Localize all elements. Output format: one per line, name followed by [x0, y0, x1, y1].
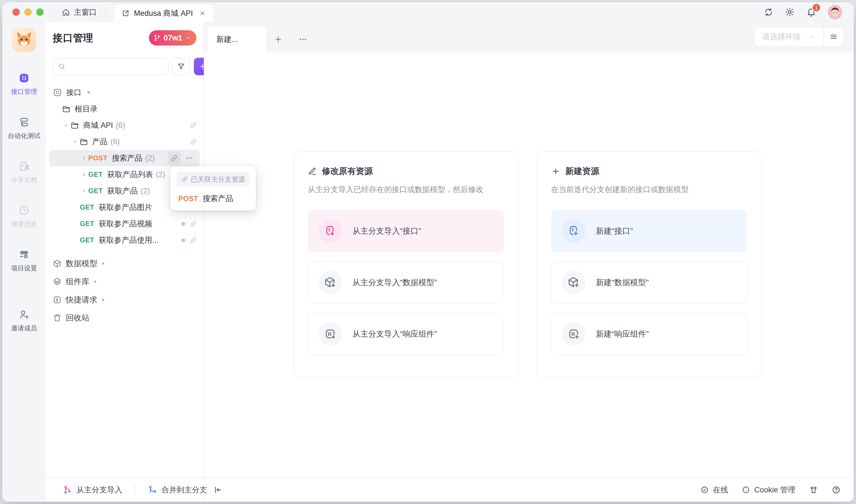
sidebar-section-layers[interactable]: 组件库: [46, 273, 203, 291]
search-box[interactable]: [53, 58, 169, 75]
card-action-item[interactable]: 从主分支导入“接口”: [308, 210, 504, 252]
method-label: POST: [178, 195, 198, 203]
branch-w-icon: [153, 34, 161, 41]
user-avatar[interactable]: [828, 5, 842, 19]
tree-row[interactable]: GET获取参产品使用...: [46, 232, 203, 248]
card-action-item[interactable]: 新建“数据模型”: [551, 261, 747, 304]
tree-section-row[interactable]: 接口: [46, 84, 203, 101]
menu-icon[interactable]: [824, 33, 843, 41]
card-action-item[interactable]: 从主分支导入“数据模型”: [308, 261, 504, 304]
main-area: 新建... 请选择环境 修改原有资源从主分: [204, 22, 854, 478]
git-branch-import-icon: [63, 485, 72, 495]
tree-row[interactable]: 根目录: [46, 101, 203, 117]
sidebar-section-label: 组件库: [66, 276, 89, 287]
rail-item-invite[interactable]: 邀请成员: [11, 309, 37, 332]
tree-item-label: 获取产品列表: [107, 169, 153, 180]
add-tab-button[interactable]: [266, 26, 291, 53]
api-icon: [53, 88, 62, 97]
cookie-manager-button[interactable]: Cookie 管理: [741, 485, 796, 495]
project-tab[interactable]: Medusa 商城 API: [115, 4, 213, 22]
card-action-label: 从主分支导入“数据模型”: [352, 277, 437, 288]
notifications-button[interactable]: 1: [806, 7, 816, 17]
filter-button[interactable]: [172, 58, 190, 75]
rail-item-automation[interactable]: 自动化测试: [8, 116, 40, 140]
sidebar-title: 接口管理: [53, 31, 93, 45]
tree-row[interactable]: 商城 API(6): [46, 117, 203, 133]
zoom-window-button[interactable]: [36, 8, 43, 16]
tree-row[interactable]: 产品(6): [46, 133, 203, 150]
api-down-icon: [324, 224, 337, 238]
branch-resource-popover: 已关联主分支资源 POST 搜索产品: [170, 166, 256, 211]
link-icon: [181, 176, 188, 183]
tree-row[interactable]: GET获取参产品视频: [46, 216, 203, 232]
git-merge-icon: [148, 485, 157, 495]
funnel-icon: [177, 62, 186, 71]
rail-item-settings[interactable]: 项目设置: [11, 249, 37, 273]
window-controls: [13, 8, 43, 16]
api-plus-icon-circle: [562, 219, 586, 243]
close-window-button[interactable]: [13, 8, 20, 16]
invite-icon: [18, 309, 30, 320]
merge-to-main-button[interactable]: 合并到主分支: [148, 485, 207, 495]
row-actions: [190, 122, 197, 129]
chev-down-icon: [62, 122, 70, 128]
sidebar-section-cube[interactable]: 数据模型: [46, 254, 203, 273]
link-icon: [181, 176, 188, 183]
case-count: (6): [116, 121, 125, 130]
link-icon[interactable]: [190, 122, 197, 129]
linked-resource-chip[interactable]: [168, 151, 180, 165]
import-from-main-button[interactable]: 从主分支导入: [63, 485, 122, 495]
environment-select[interactable]: 请选择环境: [754, 32, 823, 42]
rail-item-history[interactable]: 请求历史: [11, 205, 37, 229]
refresh-icon[interactable]: [764, 7, 773, 17]
project-tab-label: Medusa 商城 API: [134, 8, 193, 18]
left-rail: 接口管理自动化测试分享文档请求历史项目设置邀请成员: [2, 22, 46, 502]
rail-item-api-active[interactable]: 接口管理: [11, 72, 37, 96]
footer-sidebar-line: [204, 478, 204, 502]
tree-item-label: 产品: [92, 137, 108, 147]
folder-icon: [79, 137, 88, 146]
project-logo[interactable]: [12, 28, 36, 52]
cube-down-icon: [324, 276, 337, 289]
online-status[interactable]: 在线: [700, 485, 728, 495]
minimize-window-button[interactable]: [24, 8, 32, 16]
chevron-down-icon: [185, 35, 191, 41]
search-icon: [58, 62, 66, 70]
link-icon[interactable]: [190, 138, 197, 145]
notification-badge: 1: [812, 3, 821, 12]
card-title: 修改原有资源: [322, 165, 373, 177]
caret-right-icon: [103, 298, 104, 301]
close-icon: [199, 10, 206, 17]
search-input[interactable]: [69, 62, 163, 71]
collapse-icon: [213, 485, 223, 494]
link-icon[interactable]: [190, 220, 197, 228]
merge-icon: [148, 485, 157, 495]
link-icon[interactable]: [190, 236, 197, 244]
help-icon[interactable]: [832, 485, 841, 494]
rail-item-share-doc[interactable]: 分享文档: [11, 161, 37, 184]
card-action-item[interactable]: 新建“接口”: [551, 210, 747, 252]
main-window-tab[interactable]: 主窗口: [62, 7, 97, 17]
tab-new[interactable]: 新建...: [208, 26, 266, 53]
theme-shirt-icon[interactable]: [809, 485, 818, 494]
method-label: GET: [80, 220, 94, 228]
card-action-item[interactable]: R从主分支导入“响应组件”: [308, 313, 504, 355]
card-action-item[interactable]: R新建“响应组件”: [551, 313, 747, 355]
gear-icon[interactable]: [785, 7, 795, 17]
caret-right-icon: [103, 262, 104, 265]
sidebar-section-zap[interactable]: 快捷请求: [46, 291, 203, 309]
close-tab-icon[interactable]: [199, 10, 206, 17]
more-icon: [298, 35, 308, 44]
sidebar-section-trash[interactable]: 回收站: [46, 309, 203, 327]
cube-icon: [53, 259, 62, 268]
tree-row[interactable]: POST搜索产品(2): [49, 150, 200, 166]
tab-more-button[interactable]: [291, 26, 315, 53]
titlebar-divider: [105, 7, 106, 17]
modified-dot: [181, 238, 185, 242]
more-icon[interactable]: [185, 154, 194, 162]
collapse-sidebar-button[interactable]: [213, 485, 223, 494]
popover-endpoint-item[interactable]: POST 搜索产品: [177, 192, 250, 205]
merge-to-main-label: 合并到主分支: [161, 485, 207, 495]
branch-selector[interactable]: 07w1: [149, 30, 196, 46]
chev-down-icon: [808, 33, 815, 40]
